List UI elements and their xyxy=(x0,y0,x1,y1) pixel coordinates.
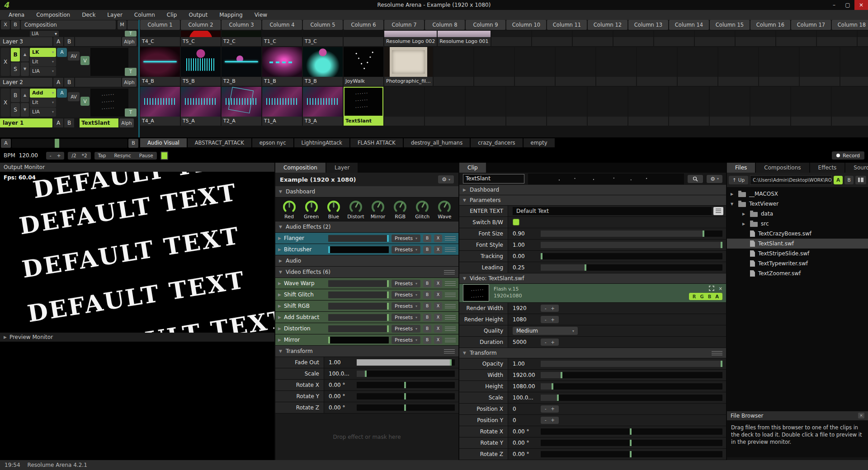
clip-label[interactable] xyxy=(506,117,546,126)
parameter-value[interactable]: 0.90 xyxy=(508,230,541,237)
remove-effect-button[interactable]: X xyxy=(434,314,442,321)
value-stepper[interactable]: -+ xyxy=(541,417,559,424)
slider-thumb[interactable] xyxy=(703,230,704,237)
clip-label[interactable]: T4_A xyxy=(140,117,180,126)
presets-dropdown[interactable]: Presets▾ xyxy=(392,302,420,310)
tree-expand-icon[interactable]: ▼ xyxy=(731,202,735,206)
slider-thumb[interactable] xyxy=(404,393,406,400)
clip-thumbnail[interactable] xyxy=(596,47,636,77)
clip-label[interactable] xyxy=(491,37,531,46)
slider-thumb[interactable] xyxy=(630,451,632,457)
clip-label[interactable] xyxy=(718,77,758,86)
slider-thumb[interactable] xyxy=(387,325,389,332)
clip-video-header[interactable]: ▼Video: TextSlant.swf xyxy=(459,273,726,284)
parameter-slider[interactable] xyxy=(357,404,455,411)
bpm-transport[interactable]: Tap Resync Pause xyxy=(94,152,157,160)
drag-handle-icon[interactable] xyxy=(444,270,455,274)
clip-label[interactable] xyxy=(800,77,840,86)
clip-label[interactable] xyxy=(547,117,587,126)
clip-label[interactable] xyxy=(573,37,613,46)
effect-name[interactable]: Distortion xyxy=(284,325,326,332)
layer1-blend-dropdown[interactable]: Add▾ xyxy=(30,89,56,98)
parameter-slider[interactable] xyxy=(541,372,722,378)
clip-thumbnail[interactable] xyxy=(695,31,735,37)
layer2-lit-dropdown[interactable]: Lit▾ xyxy=(30,57,56,66)
record-button[interactable]: Record xyxy=(832,151,864,160)
layer2-audio-button[interactable]: A xyxy=(57,48,67,57)
value-stepper[interactable]: -+ xyxy=(541,305,559,312)
text-list-button[interactable] xyxy=(713,207,723,215)
bpm-divide-multiply[interactable]: /2*2 xyxy=(68,152,90,160)
clip-transform-header[interactable]: ▼Transform xyxy=(459,348,726,358)
column-header-button[interactable]: Column 6 xyxy=(344,20,383,30)
column-header-button[interactable]: Column 14 xyxy=(669,20,709,30)
clip-thumbnail[interactable] xyxy=(669,87,709,117)
clip-thumbnail[interactable] xyxy=(678,47,717,77)
clip-label[interactable] xyxy=(532,37,572,46)
expand-right-icon[interactable]: ▶ xyxy=(278,304,281,308)
clip-thumbnail[interactable] xyxy=(384,87,424,117)
audio-section-header[interactable]: ▶Audio xyxy=(275,255,458,267)
layer2-name[interactable]: Layer 2 xyxy=(0,78,52,87)
clip-thumbnail[interactable] xyxy=(181,87,221,117)
column-header-button[interactable]: Column 8 xyxy=(425,20,465,30)
channel-toggle[interactable]: R xyxy=(693,294,696,299)
clip-thumbnail[interactable] xyxy=(181,31,221,37)
layer2-x-button[interactable]: X xyxy=(1,48,10,76)
slider-thumb[interactable] xyxy=(630,428,632,435)
bypass-effect-button[interactable]: B xyxy=(423,246,431,254)
column-header-button[interactable]: Column 17 xyxy=(791,20,831,30)
maximize-button[interactable]: ▢ xyxy=(841,0,854,10)
clip-label[interactable]: T4_B xyxy=(140,77,180,86)
crossfader-track[interactable] xyxy=(12,139,127,148)
clip-thumbnail[interactable] xyxy=(384,47,433,77)
clip-label[interactable] xyxy=(669,117,709,126)
parameter-slider[interactable] xyxy=(541,451,722,457)
clip-label[interactable] xyxy=(588,117,627,126)
drag-handle-icon[interactable] xyxy=(445,304,456,308)
file-tree-item[interactable]: ▶ TextCrazyBoxes.swf xyxy=(727,229,868,239)
effect-opacity-slider[interactable] xyxy=(328,314,389,321)
layer1-alpha-button[interactable]: Alph xyxy=(119,118,134,127)
slider-thumb[interactable] xyxy=(328,337,330,343)
audio-effects-header[interactable]: ▼Audio Effects (2) xyxy=(275,221,458,233)
effect-opacity-slider[interactable] xyxy=(328,246,389,253)
remove-effect-button[interactable]: X xyxy=(434,235,442,242)
expand-right-icon[interactable]: ▶ xyxy=(278,247,281,252)
remove-effect-button[interactable]: X xyxy=(434,336,442,344)
bypass-effect-button[interactable]: B xyxy=(423,302,431,310)
clip-thumbnail[interactable] xyxy=(736,31,775,37)
file-tree-item[interactable]: ▶ TextZoomer.swf xyxy=(727,268,868,278)
slider-thumb[interactable] xyxy=(721,242,722,248)
parameter-slider[interactable] xyxy=(541,253,722,259)
parameter-value[interactable]: 0.00 ° xyxy=(324,382,357,388)
tree-expand-icon[interactable]: ▶ xyxy=(742,212,747,216)
clip-label[interactable]: T1_B xyxy=(262,77,302,86)
value-stepper[interactable]: -+ xyxy=(541,338,559,346)
drag-handle-icon[interactable] xyxy=(445,236,456,240)
deck-tab[interactable]: empty xyxy=(524,138,555,147)
composition-master-button[interactable]: M xyxy=(118,20,127,29)
dashboard-knob[interactable]: Green xyxy=(302,199,321,220)
layer1-transition-button[interactable]: T xyxy=(125,108,137,117)
effect-opacity-slider[interactable] xyxy=(328,280,389,287)
close-button[interactable]: × xyxy=(854,0,868,10)
presets-dropdown[interactable]: Presets▾ xyxy=(392,246,420,254)
deck-tab[interactable]: destroy_all_humans xyxy=(404,138,470,147)
remove-effect-button[interactable]: X xyxy=(434,246,442,254)
output-monitor-header[interactable]: Output Monitor xyxy=(0,163,274,172)
clip-label[interactable]: T3_A xyxy=(303,117,343,126)
channel-toggle[interactable]: A xyxy=(715,294,719,299)
clip-settings-button[interactable]: ⚙▾ xyxy=(707,175,722,183)
column-header-button[interactable]: Column 18 xyxy=(832,20,868,30)
file-tree-item[interactable]: ▶ TextTypewriter.swf xyxy=(727,258,868,268)
remove-effect-button[interactable]: X xyxy=(434,280,442,287)
remove-effect-button[interactable]: X xyxy=(434,325,442,333)
parameter-value[interactable]: 0.00 ° xyxy=(508,440,541,446)
clip-label[interactable] xyxy=(466,117,505,126)
clip-thumbnail[interactable] xyxy=(759,47,799,77)
column-header-button[interactable]: Column 13 xyxy=(628,20,668,30)
value-stepper[interactable]: -+ xyxy=(541,405,559,413)
clip-thumbnail[interactable] xyxy=(344,47,383,77)
layer3-crossfader-a[interactable]: A xyxy=(53,37,63,46)
